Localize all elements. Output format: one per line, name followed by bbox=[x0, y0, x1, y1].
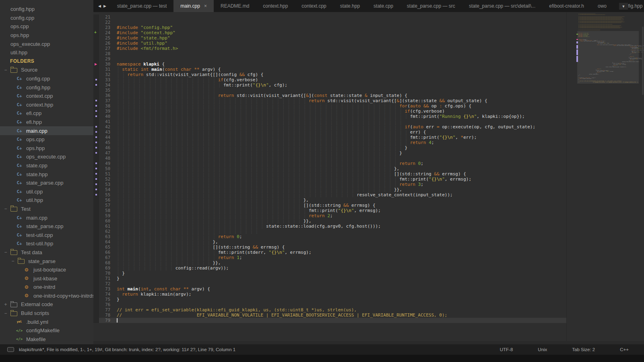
status-item-tab-size-2[interactable]: Tab Size: 2 bbox=[572, 347, 595, 352]
code-text[interactable]: ┊ ┊ ┊ ┊ ┊ ┊ ┊ ┊ ┊ ┊ ┊ ┊ ┊ ┊ ┊ ┊ ┊ ┊ ┊ ┊ … bbox=[110, 109, 567, 114]
tree-file-main.cpp[interactable]: C+main.cpp bbox=[0, 126, 93, 135]
code-text[interactable]: ┊ ┊ ┊ ┊ ┊ ┊ ┊ ┊ ┊ ┊ ┊ ┊ ┊ ┊ ┊ ┊ ┊ ┊ ┊ fm… bbox=[110, 250, 567, 255]
code-text[interactable]: } bbox=[110, 276, 567, 281]
tree-file-one-initrd[interactable]: ⚙one-initrd bbox=[0, 283, 93, 292]
folder-External code[interactable]: +External code bbox=[0, 300, 93, 309]
code-text[interactable] bbox=[110, 302, 567, 307]
tab-overflow-button[interactable]: ▼ bbox=[619, 3, 628, 10]
tab-state_parse.cpp-src-detail-...[interactable]: state_parse.cpp — src\detail\... bbox=[462, 0, 542, 12]
code-text[interactable]: ┊ ┊ ┊ ┊ ┊ ┊ ┊ ┊ ┊ ┊ ┊ ┊ ┊ ┊ ┊ ┊ ┊ ┊ ┊ ┊ … bbox=[110, 145, 567, 150]
code-text[interactable]: // EFI_VARIABLE_NON_VOLATILE | EFI_VARIA… bbox=[110, 313, 567, 318]
code-text[interactable]: ┊ ┊ ┊ ┊ ┊ ┊ ┊ ┊ ┊ ┊ ┊ ┊ ┊ ┊ ┊ ┊ ┊ ┊ ┊ ┊ … bbox=[110, 135, 567, 140]
code-text[interactable]: ┊ ┊ ┊ ┊ ┊ ┊ ┊ ┊ ┊ ┊ ┊ ┊ ┊ ┊ ┊ ┊ ┊ ┊ ┊ ┊ … bbox=[110, 192, 567, 197]
code-text[interactable]: ┊ ┊ ┊ ┊ ┊ ┊ ┊ ┊ ┊ ┊ ┊ ┊ ┊ ┊ ┊ ┊ ┊ ┊ ┊ ┊ … bbox=[110, 203, 567, 208]
code-text[interactable]: ┊ ┊ ┊ ┊ ┊ ┊ ┊ ┊ ┊ ┊ ┊ ┊ ┊ ┊ ┊ ┊ ┊ ┊ ┊ bbox=[110, 88, 567, 93]
code-text[interactable]: #include "context.hpp" bbox=[110, 30, 567, 35]
tab-context.cpp[interactable]: context.cpp bbox=[295, 0, 333, 12]
code-text[interactable]: ┊ ┊ ┊ ┊ ┊ ┊ ┊ ┊ ┊ ┊ ┊ ┊ ┊ ┊ ┊ ┊ ┊ ┊ ┊ ┊ … bbox=[110, 208, 567, 213]
code-text[interactable]: ┊ ┊ ┊ ┊ ┊ ┊ ┊ ┊ ┊ ┊ ┊ ┊ ┊ ┊ ┊ ┊ ┊ ┊ ┊ re… bbox=[110, 93, 567, 98]
tab-nav-forward-icon[interactable]: ▶ bbox=[103, 4, 106, 8]
collapse-icon[interactable]: − bbox=[3, 249, 8, 255]
tree-file-configMakefile[interactable]: </>configMakefile bbox=[0, 326, 93, 335]
status-item-unix[interactable]: Unix bbox=[538, 347, 547, 352]
code-text[interactable]: ┊ ┊ ┊ ┊ ┊ ┊ ┊ ┊ ┊ ┊ ┊ ┊ ┊ ┊ ┊ ┊ ┊ ┊ }}, bbox=[110, 260, 567, 265]
tree-file-efi.hpp[interactable]: C+efi.hpp bbox=[0, 118, 93, 127]
folder-state_parse[interactable]: −state_parse bbox=[0, 257, 93, 265]
code-text[interactable]: ┊ ┊ ┊ ┊ ┊ ┊ ┊ ┊ ┊ ┊ ┊ ┊ ┊ ┊ ┊ ┊ ┊ ┊ [](s… bbox=[110, 245, 567, 250]
code-text[interactable]: ┊ ┊ ┊ ┊ ┊ ┊ ┊ ┊ ┊ ┊ ┊ config::read(argv)… bbox=[110, 265, 567, 271]
code-text[interactable]: ┊ ┊ ┊ ┊ ┊ ┊ ┊ ┊ ┊ ┊ ┊ ┊ ┊ ┊ ┊ ┊ ┊ ┊ ┊ ┊ … bbox=[110, 119, 567, 124]
code-text[interactable]: ┊ static int main(const char ** argv) { bbox=[110, 67, 567, 72]
tree-file-efi.cpp[interactable]: C+efi.cpp bbox=[0, 109, 93, 118]
collapse-icon[interactable]: − bbox=[3, 67, 8, 73]
code-text[interactable]: ┊ ┊ ┊ ┊ ┊ ┊ ┊ ┊ ┊ ┊ ┊ ┊ ┊ ┊ ┊ ┊ ┊ ┊ ┊ ┊ … bbox=[110, 98, 567, 103]
code-text[interactable]: ┊ ┊ ┊ ┊ ┊ ┊ ┊ ┊ ┊ ┊ ┊ ┊ ┊ ┊ ┊ ┊ ┊ ┊ ┊ ┊ … bbox=[110, 187, 567, 192]
tree-file-context.cpp[interactable]: C+context.cpp bbox=[0, 92, 93, 101]
tree-file-ops.cpp[interactable]: C+ops.cpp bbox=[0, 135, 93, 144]
close-icon[interactable]: × bbox=[204, 3, 207, 9]
code-text[interactable]: ┊ ┊ ┊ ┊ ┊ ┊ ┊ ┊ ┊ ┊ ┊ ┊ ┊ ┊ ┊ ┊ ┊ ┊ ┊ if… bbox=[110, 77, 567, 82]
tree-file-Makefile[interactable]: </>Makefile bbox=[0, 335, 93, 344]
code-text[interactable]: ┊ ┊ ┊ ┊ ┊ ┊ ┊ ┊ ┊ ┊ ┊ ┊ ┊ ┊ ┊ ┊ ┊ ┊ ┊ ┊ … bbox=[110, 166, 567, 171]
status-item-c-[interactable]: C++ bbox=[620, 347, 629, 352]
code-text[interactable]: #include <fmt/format.h> bbox=[110, 46, 567, 51]
code-text[interactable]: ┊ ┊ ┊ ┊ ┊ ┊ ┊ ┊ ┊ ┊ ┊ ┊ ┊ ┊ ┊ ┊ ┊ ┊ ┊ ┊ … bbox=[110, 161, 567, 166]
collapse-icon[interactable]: − bbox=[10, 258, 15, 264]
tab-state_parse.cpp-src[interactable]: state_parse.cpp — src bbox=[400, 0, 462, 12]
tab-nav-back-icon[interactable]: ◀ bbox=[98, 4, 101, 8]
tab-main.cpp[interactable]: main.cpp× bbox=[173, 0, 214, 12]
code-text[interactable]: // int err = efi_set_variable(klapki::ef… bbox=[110, 307, 567, 313]
code-text[interactable]: ┊ ┊ ┊ ┊ ┊ ┊ ┊ ┊ ┊ ┊ ┊ ┊ ┊ ┊ ┊ ┊ ┊ ┊ ┊ ┊ … bbox=[110, 124, 567, 130]
code-text[interactable]: ┊ ┊ ┊ ┊ ┊ ┊ ┊ ┊ ┊ ┊ ┊ ┊ ┊ ┊ ┊ ┊ ┊ ┊ ┊ ┊ … bbox=[110, 213, 567, 218]
code-text[interactable]: ┊ ┊ ┊ ┊ ┊ ┊ ┊ ┊ ┊ ┊ ┊ ┊ ┊ ┊ ┊ ┊ ┊ ┊ ┊ re… bbox=[110, 234, 567, 239]
tree-file-test-util.cpp[interactable]: C+test-util.cpp bbox=[0, 230, 93, 239]
code-text[interactable]: ┊ ┊ ┊ ┊ ┊ ┊ ┊ ┊ ┊ ┊ ┊ ┊ ┊ ┊ ┊ ┊ ┊ ┊ ┊ re… bbox=[110, 255, 567, 260]
code-text[interactable]: #include "config.hpp" bbox=[110, 25, 567, 30]
code-text[interactable]: ┊ ┊ ┊ ┊ ┊ ┊ ┊ ┊ ┊ ┊ ┊ ┊ ┊ ┊ ┊ ┊ ┊ ┊ ┊ ┊ … bbox=[110, 177, 567, 182]
code-text[interactable]: ┊ ┊ ┊ ┊ ┊ ┊ ┊ ┊ ┊ ┊ ┊ ┊ ┊ ┊ ┊ ┊ ┊ ┊ ┊ ┊ … bbox=[110, 182, 567, 187]
open-file-config.hpp[interactable]: config.hpp bbox=[0, 5, 93, 14]
code-text[interactable]: ┊ ┊ ┊ ┊ ┊ ┊ ┊ ┊ ┊ ┊ ┊ ┊ ┊ ┊ ┊ ┊ ┊ ┊ ┊ ┊ … bbox=[110, 103, 567, 109]
status-item-utf-8[interactable]: UTF-8 bbox=[500, 347, 513, 352]
code-text[interactable]: ┊ ┊ ┊ ┊ ┊ ┊ ┊ ┊ ┊ ┊ ┊ ┊ ┊ ┊ ┊ ┊ ┊ ┊ ┊ ┊ … bbox=[110, 82, 567, 88]
tree-file-one-initrd-copy+two-initrds[interactable]: ⚙one-initrd-copy+two-initrds bbox=[0, 292, 93, 300]
minimap[interactable]: // ~~~~~~~~~~~~~~~~~~~~~~~~~~~~~~~~ // ~… bbox=[566, 12, 644, 344]
tab-efiboot-creator.h[interactable]: efiboot-creator.h bbox=[542, 0, 591, 12]
tree-file-test-util.hpp[interactable]: C+test-util.hpp bbox=[0, 239, 93, 248]
code-text[interactable]: ┊ ┊ return std::visit(visit_variant{[](c… bbox=[110, 72, 567, 77]
tree-file-ops_execute.cpp[interactable]: C+ops_execute.cpp bbox=[0, 152, 93, 161]
collapse-icon[interactable]: − bbox=[3, 206, 8, 212]
code-text[interactable]: #include "state.hpp" bbox=[110, 35, 567, 41]
folder-Test[interactable]: −Test bbox=[0, 205, 93, 214]
tab-owo[interactable]: owo bbox=[591, 0, 613, 12]
open-file-ops_execute.cpp[interactable]: ops_execute.cpp bbox=[0, 39, 93, 48]
code-text[interactable] bbox=[110, 51, 567, 56]
code-text[interactable]: ┊ return klapki::main(argv); bbox=[110, 292, 567, 297]
vertical-scrollbar[interactable] bbox=[642, 27, 644, 95]
code-text[interactable]: ┊ ┊ ┊ ┊ ┊ ┊ ┊ ┊ ┊ ┊ ┊ ┊ ┊ ┊ ┊ ┊ ┊ ┊ ┊ ┊ … bbox=[110, 140, 567, 145]
tab-context.hpp[interactable]: context.hpp bbox=[256, 0, 295, 12]
tree-file-util.hpp[interactable]: C+util.hpp bbox=[0, 196, 93, 205]
code-text[interactable] bbox=[110, 20, 567, 25]
collapse-icon[interactable]: − bbox=[3, 311, 8, 316]
minimap-viewport[interactable] bbox=[577, 31, 639, 84]
tab-state_parse.cpp-test[interactable]: state_parse.cpp — test bbox=[110, 0, 173, 12]
tree-file-main.cpp[interactable]: C+main.cpp bbox=[0, 213, 93, 222]
code-text[interactable]: ┊ ┊ ┊ ┊ ┊ ┊ ┊ ┊ ┊ ┊ ┊ ┊ ┊ ┊ ┊ ┊ ┊ ┊ ┊ ┊ … bbox=[110, 171, 567, 177]
tree-file-just-kbase[interactable]: ⚙just-kbase bbox=[0, 274, 93, 283]
tree-file-config.cpp[interactable]: C+config.cpp bbox=[0, 74, 93, 83]
tree-file-ops.hpp[interactable]: C+ops.hpp bbox=[0, 144, 93, 153]
code-text[interactable]: ┊ ┊ ┊ ┊ ┊ ┊ ┊ ┊ ┊ ┊ ┊ ┊ ┊ ┊ ┊ ┊ ┊ ┊ ┊ ┊ … bbox=[110, 114, 567, 119]
tree-file-state.hpp[interactable]: C+state.hpp bbox=[0, 170, 93, 179]
folder-Source[interactable]: −Source bbox=[0, 66, 93, 74]
open-file-util.hpp[interactable]: util.hpp bbox=[0, 48, 93, 57]
code-text[interactable] bbox=[110, 318, 567, 323]
code-text[interactable]: int main(int, const char ** argv) { bbox=[110, 286, 567, 292]
tab-config.hpp[interactable]: config.hpp bbox=[613, 0, 644, 12]
code-text[interactable] bbox=[110, 14, 567, 20]
tab-README.md[interactable]: README.md bbox=[214, 0, 256, 12]
tab-state.hpp[interactable]: state.hpp bbox=[333, 0, 367, 12]
tree-file-state.cpp[interactable]: C+state.cpp bbox=[0, 161, 93, 170]
code-text[interactable]: ┊ ┊ ┊ ┊ ┊ ┊ ┊ ┊ ┊ ┊ ┊ ┊ ┊ ┊ ┊ ┊ ┊ ┊ ┊ ┊ … bbox=[110, 156, 567, 161]
open-file-ops.hpp[interactable]: ops.hpp bbox=[0, 31, 93, 40]
